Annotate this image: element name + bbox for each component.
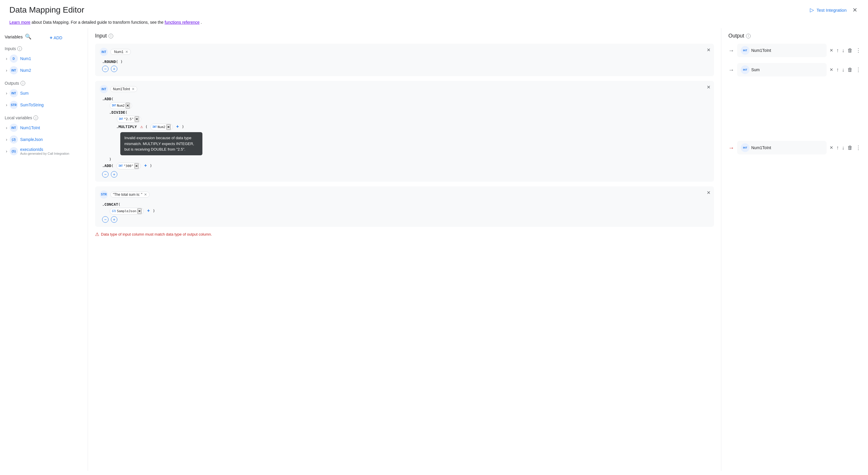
- output-tag-num1toint-1: INT Num1ToInt: [737, 44, 827, 57]
- code-samplejson-line: {J} SampleJson ✕ + ): [107, 207, 709, 215]
- output-down-btn-1[interactable]: ↓: [842, 47, 844, 54]
- plus-button-1[interactable]: +: [111, 66, 117, 72]
- output-down-btn-3[interactable]: ↓: [842, 145, 844, 151]
- remove-inline-2-5[interactable]: ✕: [135, 116, 139, 122]
- output-trash-btn-3[interactable]: 🗑: [847, 145, 853, 151]
- var-tag-num1: Num1 ✕: [110, 49, 131, 55]
- inline-tag-300: INT "300" ✕: [117, 163, 141, 169]
- var-name-executionids-group: executionIds Auto-generated by Call Inte…: [20, 147, 69, 155]
- input-info-icon: i: [108, 34, 113, 38]
- minus-button-1[interactable]: −: [102, 66, 108, 72]
- error-row: ⚠ Data type of input column must match d…: [95, 232, 714, 237]
- output-info-icon: i: [746, 34, 751, 38]
- sidebar-item-samplejson[interactable]: › {J} SampleJson: [5, 134, 83, 145]
- search-button[interactable]: 🔍: [24, 33, 32, 40]
- block-close-button-1[interactable]: ✕: [707, 47, 711, 53]
- type-badge-int: INT: [10, 66, 18, 74]
- learn-more-link[interactable]: Learn more: [9, 20, 31, 25]
- add-minus-row-3: − +: [100, 216, 709, 223]
- block-close-button-3[interactable]: ✕: [707, 190, 711, 196]
- output-tag-inner-3: INT Num1ToInt: [741, 143, 823, 152]
- sidebar: Variables 🔍 + ADD Inputs i › D Num1 › IN…: [0, 28, 88, 471]
- var-name-executionids: executionIds: [20, 147, 43, 152]
- type-badge-int-block2: INT: [100, 85, 108, 93]
- sidebar-item-executionids[interactable]: › {S} executionIds Auto-generated by Cal…: [5, 145, 83, 157]
- remove-inline-300[interactable]: ✕: [134, 163, 139, 169]
- output-close-btn-1[interactable]: ✕: [830, 48, 833, 53]
- output-tag-num1toint-3: INT Num1ToInt: [737, 141, 827, 155]
- outputs-section-label: Outputs i: [5, 81, 83, 86]
- output-more-btn-2[interactable]: ⋮: [856, 67, 861, 73]
- var-name-sumtostring: SumToString: [20, 103, 44, 107]
- type-badge-int-block1: INT: [100, 48, 108, 56]
- output-more-btn-3[interactable]: ⋮: [856, 144, 861, 151]
- type-badge-int: INT: [10, 89, 18, 97]
- output-up-btn-2[interactable]: ↑: [836, 67, 839, 73]
- remove-tag-num1[interactable]: ✕: [125, 50, 128, 54]
- output-more-btn-1[interactable]: ⋮: [856, 47, 861, 54]
- inputs-info-icon: i: [17, 46, 22, 51]
- close-button[interactable]: ✕: [851, 5, 859, 15]
- code-num2-tag-line: INT Num2 ✕: [107, 102, 709, 110]
- code-add-open: .ADD(: [100, 96, 709, 102]
- remove-tag-totalsumis[interactable]: ✕: [144, 193, 147, 197]
- minus-button-2[interactable]: −: [102, 171, 108, 177]
- add-minus-row-1: − +: [100, 66, 709, 72]
- input-block-num1: INT Num1 ✕ .ROUND( ) − + ✕: [95, 44, 714, 76]
- main-layout: Variables 🔍 + ADD Inputs i › D Num1 › IN…: [0, 28, 868, 471]
- output-type-badge-3: INT: [741, 143, 749, 152]
- output-tag-inner-1: INT Num1ToInt: [741, 46, 823, 55]
- arrow-icon-1: →: [728, 47, 734, 54]
- type-badge-str-block3: STR: [100, 191, 108, 199]
- type-badge-j: {J}: [10, 135, 18, 144]
- remove-inline-samplejson[interactable]: ✕: [137, 208, 142, 214]
- functions-reference-link[interactable]: functions reference: [164, 20, 199, 25]
- inline-plus-300[interactable]: +: [144, 163, 147, 168]
- sidebar-item-sumtostring[interactable]: › STR SumToString: [5, 99, 83, 111]
- minus-button-3[interactable]: −: [102, 216, 108, 223]
- output-trash-btn-2[interactable]: 🗑: [847, 67, 853, 73]
- type-badge-d: D: [10, 55, 18, 63]
- output-up-btn-1[interactable]: ↑: [836, 47, 839, 54]
- output-down-btn-2[interactable]: ↓: [842, 67, 844, 73]
- variables-header: Variables 🔍: [5, 33, 32, 40]
- output-trash-btn-1[interactable]: 🗑: [847, 47, 853, 54]
- chevron-right-icon: ›: [6, 137, 7, 142]
- output-row-2: → INT Sum ✕ ↑ ↓ 🗑 ⋮: [728, 63, 861, 76]
- output-row-1: → INT Num1ToInt ✕ ↑ ↓ 🗑 ⋮: [728, 44, 861, 57]
- output-close-btn-3[interactable]: ✕: [830, 145, 833, 150]
- multiply-error-icon: ⚠: [140, 124, 143, 129]
- plus-button-2[interactable]: +: [111, 171, 117, 177]
- plus-button-3[interactable]: +: [111, 216, 117, 223]
- sidebar-item-num1toint[interactable]: › INT Num1ToInt: [5, 122, 83, 134]
- output-tag-inner-2: INT Sum: [741, 65, 823, 74]
- arrow-icon-2: →: [728, 67, 734, 73]
- test-integration-button[interactable]: ▷ Test Integration: [810, 7, 846, 13]
- arrow-icon-red-3: →: [728, 144, 734, 151]
- code-concat-open: .CONCAT(: [100, 202, 709, 207]
- sidebar-item-sum[interactable]: › INT Sum: [5, 87, 83, 99]
- outputs-info-icon: i: [21, 81, 25, 86]
- sidebar-item-num1[interactable]: › D Num1: [5, 53, 83, 64]
- chevron-right-icon: ›: [6, 56, 7, 61]
- output-up-btn-3[interactable]: ↑: [836, 145, 839, 151]
- remove-inline-num2[interactable]: ✕: [126, 103, 130, 108]
- block-close-button-2[interactable]: ✕: [707, 84, 711, 90]
- add-variable-button[interactable]: + ADD: [50, 35, 62, 40]
- chevron-right-icon: ›: [6, 91, 7, 96]
- var-name-num2: Num2: [20, 68, 31, 73]
- chevron-right-icon: ›: [6, 149, 7, 154]
- remove-inline-num2-multiply[interactable]: ✕: [166, 124, 171, 130]
- inline-plus-samplejson[interactable]: +: [147, 208, 151, 213]
- remove-tag-num1toint[interactable]: ✕: [131, 87, 135, 91]
- input-block-header-1: INT Num1 ✕: [100, 48, 709, 56]
- inputs-section-label: Inputs i: [5, 46, 83, 51]
- output-close-btn-2[interactable]: ✕: [830, 67, 833, 72]
- info-bar: Learn more about Data Mapping. For a det…: [0, 18, 868, 28]
- code-add-close-line: .ADD( INT "300" ✕ + ): [100, 162, 709, 170]
- code-divide-open: .DIVIDE(: [107, 110, 709, 115]
- code-divide-close: ): [107, 157, 709, 162]
- inline-plus-multiply[interactable]: +: [176, 124, 180, 129]
- input-column: Input i INT Num1 ✕ .ROUND( ) −: [88, 28, 721, 471]
- sidebar-item-num2[interactable]: › INT Num2: [5, 64, 83, 76]
